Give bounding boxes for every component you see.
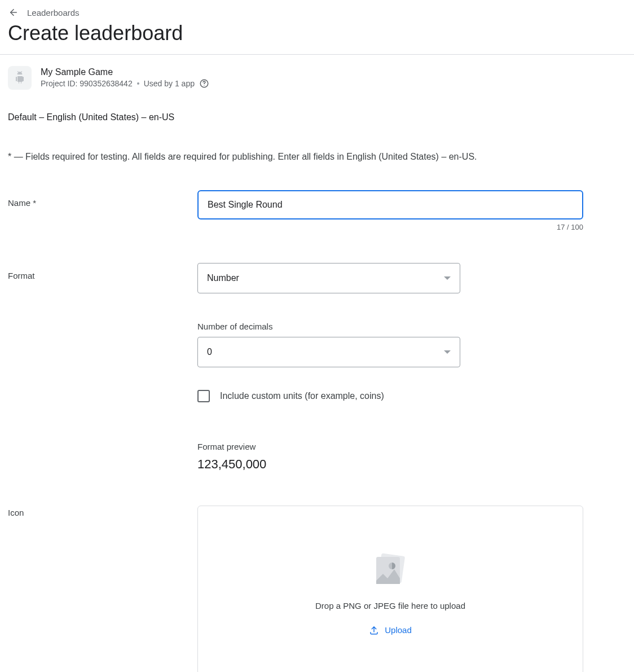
name-input[interactable]: [197, 190, 583, 219]
breadcrumb[interactable]: Leaderboards: [8, 7, 626, 18]
locale-text: Default – English (United States) – en-U…: [8, 112, 626, 122]
upload-button[interactable]: Upload: [369, 625, 412, 635]
decimals-label: Number of decimals: [197, 322, 592, 331]
format-preview-label: Format preview: [197, 442, 592, 451]
page-title: Create leaderboard: [8, 21, 626, 54]
used-by-label: Used by 1 app: [144, 79, 195, 88]
chevron-down-icon: [444, 276, 451, 280]
help-icon[interactable]: [199, 78, 209, 89]
required-fields-hint: * — Fields required for testing. All fie…: [8, 152, 626, 162]
separator-dot: [137, 82, 139, 85]
chevron-down-icon: [444, 350, 451, 354]
upload-hint: Drop a PNG or JPEG file here to upload: [315, 601, 465, 610]
name-label: Name *: [8, 190, 197, 208]
format-select-value: Number: [207, 273, 239, 283]
decimals-select-value: 0: [207, 347, 212, 357]
custom-units-label: Include custom units (for example, coins…: [220, 391, 384, 401]
android-icon: [8, 66, 32, 90]
format-label: Format: [8, 263, 197, 280]
game-header: My Sample Game Project ID: 990352638442 …: [0, 55, 634, 90]
image-stack-icon: [371, 551, 410, 591]
icon-upload-dropzone[interactable]: Drop a PNG or JPEG file here to upload U…: [197, 506, 583, 672]
project-id-label: Project ID: 990352638442: [41, 79, 133, 88]
name-char-count: 17 / 100: [197, 223, 583, 231]
back-arrow-icon[interactable]: [8, 7, 19, 18]
upload-button-label: Upload: [385, 625, 412, 635]
format-select[interactable]: Number: [197, 263, 460, 293]
icon-label: Icon: [8, 506, 197, 517]
custom-units-checkbox[interactable]: [197, 390, 210, 402]
svg-point-2: [204, 85, 204, 86]
upload-icon: [369, 625, 379, 635]
decimals-select[interactable]: 0: [197, 337, 460, 367]
format-preview-value: 123,450,000: [197, 457, 592, 472]
breadcrumb-label: Leaderboards: [27, 8, 80, 17]
game-name: My Sample Game: [41, 67, 209, 77]
